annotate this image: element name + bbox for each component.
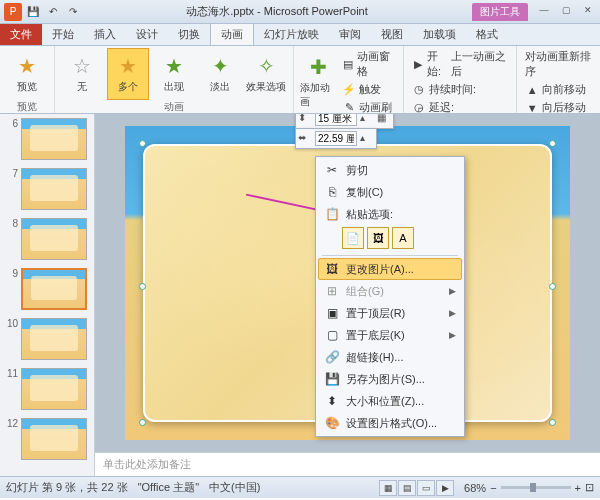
fit-button[interactable]: ⊡ [585, 481, 594, 494]
zoom-level[interactable]: 68% [464, 482, 486, 494]
star-icon: ✧ [254, 54, 278, 78]
spinner-icon[interactable]: ▴ [360, 114, 374, 126]
anim-fadeout-button[interactable]: ✦淡出 [199, 48, 241, 100]
tab-home[interactable]: 开始 [42, 24, 84, 45]
crop-icon[interactable]: ▦ [377, 114, 391, 126]
zoom-in-button[interactable]: + [575, 482, 581, 494]
ribbon: ★ 预览 预览 ☆无 ★多个 ★出现 ✦淡出 ✧效果选项 动画 ✚添加动画 ▤动… [0, 46, 600, 114]
thumbnail[interactable]: 10 [4, 318, 90, 360]
resize-handle[interactable] [549, 419, 556, 426]
undo-icon[interactable]: ↶ [44, 3, 62, 21]
redo-icon[interactable]: ↷ [64, 3, 82, 21]
reading-view-button[interactable]: ▭ [417, 480, 435, 496]
thumbnail[interactable]: 12 [4, 418, 90, 460]
slide-thumbnails[interactable]: 6 7 8 9 10 11 12 [0, 114, 95, 476]
slideshow-view-button[interactable]: ▶ [436, 480, 454, 496]
ctx-change-picture[interactable]: 🖼更改图片(A)... [318, 258, 462, 280]
close-button[interactable]: ✕ [580, 5, 596, 19]
anim-appear-button[interactable]: ★出现 [153, 48, 195, 100]
tab-format[interactable]: 格式 [466, 24, 508, 45]
ctx-hyperlink[interactable]: 🔗超链接(H)... [318, 346, 462, 368]
ctx-copy[interactable]: ⎘复制(C) [318, 181, 462, 203]
workspace: 6 7 8 9 10 11 12 ⬍ ▴ ▦ ⬌ [0, 114, 600, 476]
paste-option-3[interactable]: A [392, 227, 414, 249]
zoom-slider[interactable] [501, 486, 571, 489]
zoom-slider-thumb[interactable] [530, 483, 536, 492]
slide-edit-area[interactable]: ⬍ ▴ ▦ ⬌ ▴ ✂剪切 ⎘复制(C) 📋粘贴选项: 📄 🖼 A [95, 114, 600, 452]
group-label-animation: 动画 [61, 100, 287, 115]
start-row[interactable]: ▶开始:上一动画之后 [410, 48, 510, 80]
width-input[interactable] [315, 131, 357, 146]
copy-icon: ⎘ [324, 184, 340, 200]
thumbnail-slide[interactable] [21, 268, 87, 310]
tab-insert[interactable]: 插入 [84, 24, 126, 45]
plus-star-icon: ✚ [306, 55, 330, 79]
resize-handle[interactable] [139, 283, 146, 290]
notes-pane[interactable]: 单击此处添加备注 [95, 452, 600, 476]
trigger-button[interactable]: ⚡触发 [340, 81, 396, 98]
tab-file[interactable]: 文件 [0, 24, 42, 45]
tab-animations[interactable]: 动画 [210, 23, 254, 45]
resize-handle[interactable] [549, 140, 556, 147]
ctx-cut[interactable]: ✂剪切 [318, 159, 462, 181]
tab-view[interactable]: 视图 [371, 24, 413, 45]
zoom-out-button[interactable]: − [490, 482, 496, 494]
thumbnail[interactable]: 6 [4, 118, 90, 160]
normal-view-button[interactable]: ▦ [379, 480, 397, 496]
anim-none-button[interactable]: ☆无 [61, 48, 103, 100]
height-input[interactable] [315, 114, 357, 126]
tab-addins[interactable]: 加载项 [413, 24, 466, 45]
thumbnail[interactable]: 11 [4, 368, 90, 410]
thumbnail-slide[interactable] [21, 218, 87, 260]
duration-row[interactable]: ◷持续时间: [410, 81, 510, 98]
sorter-view-button[interactable]: ▤ [398, 480, 416, 496]
ctx-format-picture[interactable]: 🎨设置图片格式(O)... [318, 412, 462, 434]
paste-icon: 📋 [324, 206, 340, 222]
tab-transitions[interactable]: 切换 [168, 24, 210, 45]
thumbnail-slide[interactable] [21, 118, 87, 160]
mini-toolbar-row2: ⬌ ▴ [295, 128, 377, 149]
resize-handle[interactable] [139, 419, 146, 426]
thumbnail[interactable]: 8 [4, 218, 90, 260]
resize-handle[interactable] [549, 283, 556, 290]
animation-pane-button[interactable]: ▤动画窗格 [340, 48, 396, 80]
tab-design[interactable]: 设计 [126, 24, 168, 45]
status-language[interactable]: 中文(中国) [209, 480, 260, 495]
maximize-button[interactable]: ▢ [558, 5, 574, 19]
paste-option-1[interactable]: 📄 [342, 227, 364, 249]
tab-slideshow[interactable]: 幻灯片放映 [254, 24, 329, 45]
ctx-save-as-picture[interactable]: 💾另存为图片(S)... [318, 368, 462, 390]
thumbnail-slide[interactable] [21, 368, 87, 410]
minimize-button[interactable]: — [536, 5, 552, 19]
ribbon-group-advanced: ✚添加动画 ▤动画窗格 ⚡触发 ✎动画刷 高级动画 [294, 46, 404, 113]
tab-review[interactable]: 审阅 [329, 24, 371, 45]
picture-icon: 🖼 [324, 261, 340, 277]
preview-button[interactable]: ★ 预览 [6, 48, 48, 100]
thumbnail-slide[interactable] [21, 168, 87, 210]
resize-handle[interactable] [139, 140, 146, 147]
quick-access-toolbar: P 💾 ↶ ↷ [4, 3, 82, 21]
add-animation-button[interactable]: ✚添加动画 [300, 56, 336, 108]
ppt-icon[interactable]: P [4, 3, 22, 21]
paste-option-2[interactable]: 🖼 [367, 227, 389, 249]
effect-options-button[interactable]: ✧效果选项 [245, 48, 287, 100]
trigger-icon: ⚡ [342, 83, 356, 97]
window-controls: — ▢ ✕ [536, 5, 596, 19]
thumbnail-slide[interactable] [21, 318, 87, 360]
save-icon[interactable]: 💾 [24, 3, 42, 21]
thumbnail-slide[interactable] [21, 418, 87, 460]
ctx-size-position[interactable]: ⬍大小和位置(Z)... [318, 390, 462, 412]
anim-multiple-button[interactable]: ★多个 [107, 48, 149, 100]
title-bar: P 💾 ↶ ↷ 动态海水.pptx - Microsoft PowerPoint… [0, 0, 600, 24]
move-earlier-button[interactable]: ▲向前移动 [523, 81, 594, 98]
width-icon: ⬌ [298, 132, 312, 146]
thumbnail[interactable]: 7 [4, 168, 90, 210]
context-menu: ✂剪切 ⎘复制(C) 📋粘贴选项: 📄 🖼 A 🖼更改图片(A)... ⊞组合(… [315, 156, 465, 437]
slide-canvas: ⬍ ▴ ▦ ⬌ ▴ ✂剪切 ⎘复制(C) 📋粘贴选项: 📄 🖼 A [95, 114, 600, 476]
back-icon: ▢ [324, 327, 340, 343]
ctx-bring-front[interactable]: ▣置于顶层(R)▶ [318, 302, 462, 324]
ctx-send-back[interactable]: ▢置于底层(K)▶ [318, 324, 462, 346]
thumbnail-active[interactable]: 9 [4, 268, 90, 310]
spinner-icon[interactable]: ▴ [360, 132, 374, 146]
ribbon-tabs: 文件 开始 插入 设计 切换 动画 幻灯片放映 审阅 视图 加载项 格式 [0, 24, 600, 46]
